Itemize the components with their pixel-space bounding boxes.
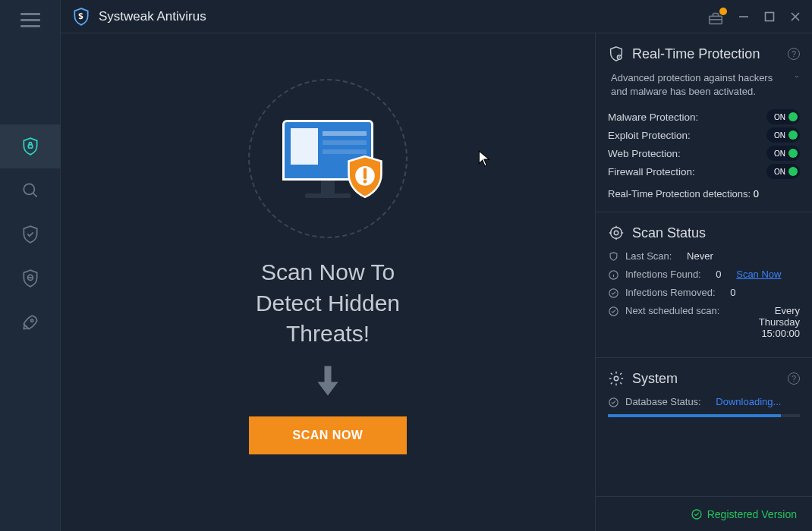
shield-check-icon xyxy=(20,225,40,244)
shield-lock-icon xyxy=(20,137,40,156)
infections-removed-row: Infections Removed: 0 xyxy=(608,287,800,299)
notification-badge xyxy=(719,8,727,15)
check-circle-icon xyxy=(608,306,619,317)
scan-headline: Scan Now To Detect Hidden Threats! xyxy=(256,257,400,350)
scan-status-title: Scan Status xyxy=(632,225,706,241)
system-section: System ? Database Status: Downloading... xyxy=(596,358,812,423)
check-circle-icon xyxy=(608,397,619,408)
target-icon xyxy=(608,225,625,241)
realtime-protection-section: Real-Time Protection ? Advanced protecti… xyxy=(596,33,812,212)
scan-now-button[interactable]: SCAN NOW xyxy=(249,416,408,454)
magnifier-icon xyxy=(20,181,40,200)
svg-point-14 xyxy=(614,377,618,382)
expand-chevron-icon[interactable] xyxy=(794,71,800,82)
registered-version-label: Registered Version xyxy=(707,508,797,520)
svg-rect-0 xyxy=(28,145,32,148)
sidebar xyxy=(0,0,61,531)
next-scan-row: Next scheduled scan: Every Thursday 15:0… xyxy=(608,305,800,339)
check-circle-icon xyxy=(691,508,703,520)
rtp-title: Real-Time Protection xyxy=(632,46,760,62)
scan-status-section: Scan Status Last Scan: Never Infections … xyxy=(596,212,812,358)
infections-found-row: Infections Found: 0 Scan Now xyxy=(608,269,800,281)
firewall-protection-row: Firewall Protection: ON xyxy=(608,164,800,179)
nav-web[interactable] xyxy=(0,256,61,300)
svg-point-10 xyxy=(614,231,618,236)
hamburger-menu-button[interactable] xyxy=(6,6,55,33)
system-title: System xyxy=(632,371,678,387)
arrow-down-icon xyxy=(314,363,341,398)
shield-small-icon xyxy=(608,251,619,262)
malware-protection-row: Malware Protection: ON xyxy=(608,109,800,124)
database-status-row: Database Status: Downloading... xyxy=(608,396,800,408)
gear-icon xyxy=(608,370,625,387)
system-help-button[interactable]: ? xyxy=(788,372,800,385)
nav-scan[interactable] xyxy=(0,168,61,212)
scan-now-link[interactable]: Scan Now xyxy=(736,269,781,280)
svg-point-3 xyxy=(30,319,33,322)
shield-e-icon xyxy=(20,269,40,288)
rocket-icon xyxy=(20,313,40,332)
exploit-protection-toggle[interactable]: ON xyxy=(766,127,800,143)
titlebar: Systweak Antivirus xyxy=(61,0,812,33)
warning-shield-icon xyxy=(345,155,385,200)
scan-illustration xyxy=(233,75,423,242)
svg-point-7 xyxy=(364,180,367,184)
footer: Registered Version xyxy=(596,496,812,531)
right-panel: Real-Time Protection ? Advanced protecti… xyxy=(595,33,812,531)
last-scan-row: Last Scan: Never xyxy=(608,250,800,262)
info-icon xyxy=(608,269,619,281)
firewall-protection-toggle[interactable]: ON xyxy=(766,164,800,179)
rtp-description: Advanced protection against hackers and … xyxy=(611,71,788,99)
main-panel: Scan Now To Detect Hidden Threats! SCAN … xyxy=(61,33,595,531)
close-button[interactable] xyxy=(789,11,801,23)
nav-optimize[interactable] xyxy=(0,300,61,344)
svg-point-9 xyxy=(611,228,622,239)
malware-protection-toggle[interactable]: ON xyxy=(766,109,800,124)
exploit-protection-row: Exploit Protection: ON xyxy=(608,127,800,143)
database-status-value: Downloading... xyxy=(716,396,781,407)
database-progress xyxy=(608,414,800,417)
maximize-button[interactable] xyxy=(763,11,776,23)
web-protection-row: Web Protection: ON xyxy=(608,146,800,161)
minimize-button[interactable] xyxy=(738,11,750,23)
shield-info-icon xyxy=(608,46,625,62)
check-circle-icon xyxy=(608,287,619,299)
nav-quarantine[interactable] xyxy=(0,212,61,256)
rtp-detections: Real-Time Protection detections: 0 xyxy=(608,188,800,200)
app-logo-icon xyxy=(71,7,91,27)
nav-protection[interactable] xyxy=(0,124,61,168)
toolbox-icon[interactable] xyxy=(707,11,724,23)
web-protection-toggle[interactable]: ON xyxy=(766,146,800,161)
app-title: Systweak Antivirus xyxy=(99,9,206,24)
rtp-help-button[interactable]: ? xyxy=(788,48,800,60)
svg-rect-5 xyxy=(766,12,774,20)
